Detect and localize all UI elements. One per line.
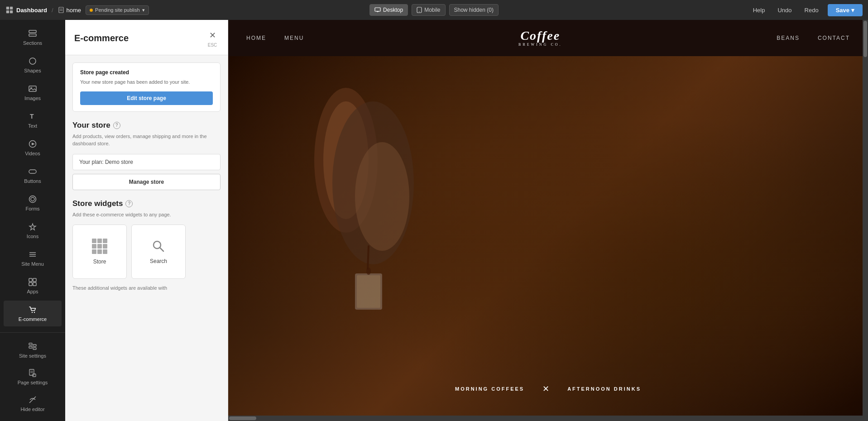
svg-rect-35	[33, 348, 36, 349]
svg-rect-26	[29, 278, 32, 282]
nav-link-contact: CONTACT	[818, 35, 850, 41]
pending-badge[interactable]: Pending site publish ▾	[86, 5, 149, 15]
nav-link-beans: BEANS	[777, 35, 800, 41]
svg-line-40	[29, 397, 36, 403]
store-widgets-help-icon[interactable]: ?	[125, 200, 133, 207]
sidebar-item-sections[interactable]: Sections	[4, 24, 62, 50]
svg-rect-29	[33, 282, 36, 286]
scrollbar-thumb-h[interactable]	[229, 416, 256, 420]
edit-store-page-btn[interactable]: Edit store page	[80, 91, 213, 105]
mobile-view-btn[interactable]: Mobile	[412, 4, 445, 16]
store-widgets-section: Store widgets ? Add these e-commerce wid…	[72, 199, 221, 291]
sidebar-item-ecommerce[interactable]: E-commerce	[4, 301, 62, 326]
svg-rect-48	[357, 275, 380, 308]
svg-rect-34	[33, 344, 36, 346]
svg-point-21	[31, 197, 34, 201]
store-widget-card[interactable]: Store	[72, 225, 127, 279]
coffee-tab-separator: ✕	[538, 384, 554, 394]
coffee-logo: Coffee BREWING CO.	[518, 29, 562, 47]
svg-rect-20	[29, 170, 36, 173]
sidebar-item-buttons[interactable]: Buttons	[4, 163, 62, 188]
svg-marker-19	[32, 143, 35, 145]
svg-rect-28	[29, 282, 32, 286]
coffee-tabs: MORNING COFFEES ✕ AFTERNOON DRINKS	[228, 384, 868, 394]
panel: E-commerce ✕ ESC Store page created Your…	[65, 20, 228, 421]
sidebar-item-site-settings[interactable]: Site settings	[4, 337, 62, 363]
nav-link-home: HOME	[246, 35, 266, 41]
svg-rect-13	[29, 34, 36, 36]
nav-link-menu: MENU	[284, 35, 304, 41]
svg-rect-2	[6, 10, 9, 13]
svg-point-46	[355, 142, 409, 251]
sidebar-item-shapes[interactable]: Shapes	[4, 52, 62, 78]
manage-store-btn[interactable]: Manage store	[72, 174, 221, 190]
preview-area[interactable]: HOME MENU Coffee BREWING CO. BEANS CONTA…	[228, 20, 868, 421]
store-widgets-title: Store widgets ?	[72, 199, 221, 208]
store-widget-icon	[92, 239, 107, 254]
sidebar-item-hide-editor[interactable]: Hide editor	[4, 391, 62, 416]
svg-point-30	[32, 312, 33, 313]
scrollbar-thumb-v[interactable]	[863, 21, 867, 57]
svg-rect-3	[10, 10, 13, 13]
svg-rect-15	[29, 86, 36, 91]
svg-point-22	[29, 196, 36, 203]
pending-dot	[90, 9, 93, 12]
svg-point-50	[366, 268, 371, 275]
sidebar-item-videos[interactable]: Videos	[4, 135, 62, 161]
svg-line-42	[160, 248, 163, 251]
your-store-title: Your store ?	[72, 121, 221, 130]
svg-text:T: T	[30, 113, 34, 120]
store-widgets-desc: Add these e-commerce widgets to any page…	[72, 211, 221, 219]
svg-point-31	[34, 312, 35, 313]
notice-title: Store page created	[80, 69, 213, 76]
sidebar-item-sitemenu[interactable]: Site Menu	[4, 245, 62, 271]
main-area: Sections Shapes Images T Text Videos But…	[0, 20, 868, 421]
svg-rect-4	[59, 7, 63, 13]
sidebar-item-images[interactable]: Images	[4, 80, 62, 105]
sidebar-item-text[interactable]: T Text	[4, 107, 62, 133]
search-widget-card[interactable]: Search	[131, 225, 186, 279]
svg-point-14	[29, 58, 36, 64]
svg-point-11	[419, 11, 420, 12]
sidebar: Sections Shapes Images T Text Videos But…	[0, 20, 65, 421]
store-created-notice: Store page created Your new store page h…	[72, 62, 221, 112]
redo-btn[interactable]: Redo	[801, 5, 822, 15]
topbar: Dashboard / home Pending site publish ▾ …	[0, 0, 868, 20]
your-store-help-icon[interactable]: ?	[113, 122, 120, 129]
scrollbar-horizontal[interactable]	[228, 416, 868, 421]
panel-content: Store page created Your new store page h…	[65, 55, 228, 298]
sidebar-item-page-settings[interactable]: Page settings	[4, 364, 62, 390]
your-store-desc: Add products, view orders, manage shippi…	[72, 133, 221, 148]
widgets-footer-text: These additional widgets are available w…	[72, 285, 221, 291]
svg-rect-27	[33, 278, 36, 282]
coffee-nav-links-right: BEANS CONTACT	[777, 35, 850, 41]
coffee-tab-afternoon: AFTERNOON DRINKS	[554, 386, 655, 392]
desktop-view-btn[interactable]: Desktop	[369, 4, 408, 16]
svg-rect-0	[6, 7, 9, 10]
svg-rect-7	[375, 8, 380, 11]
search-widget-icon	[151, 239, 166, 254]
sidebar-item-icons[interactable]: Icons	[4, 218, 62, 244]
help-btn[interactable]: Help	[749, 5, 769, 15]
undo-btn[interactable]: Undo	[774, 5, 795, 15]
panel-close-btn[interactable]: ✕	[206, 29, 219, 42]
widgets-grid: Store Search	[72, 225, 221, 279]
coffee-site: HOME MENU Coffee BREWING CO. BEANS CONTA…	[228, 20, 868, 421]
panel-esc-label: ESC	[208, 43, 217, 48]
svg-rect-1	[10, 7, 13, 10]
svg-line-49	[368, 246, 369, 269]
preview-inner: HOME MENU Coffee BREWING CO. BEANS CONTA…	[228, 20, 868, 421]
save-btn[interactable]: Save ▾	[828, 4, 863, 16]
page-link[interactable]: home	[58, 7, 82, 14]
panel-header: E-commerce ✕ ESC	[65, 20, 228, 55]
coffee-machine-illustration	[264, 70, 436, 341]
plan-badge: Your plan: Demo store	[72, 154, 221, 170]
svg-rect-32	[29, 343, 32, 345]
sidebar-bottom: Site settings Page settings Hide editor	[0, 332, 65, 417]
sidebar-item-apps[interactable]: Apps	[4, 273, 62, 299]
scrollbar-vertical[interactable]	[863, 20, 868, 421]
show-hidden-btn[interactable]: Show hidden (0)	[449, 4, 499, 16]
svg-rect-12	[29, 30, 36, 33]
dashboard-link[interactable]: Dashboard	[5, 6, 47, 14]
sidebar-item-forms[interactable]: Forms	[4, 190, 62, 216]
